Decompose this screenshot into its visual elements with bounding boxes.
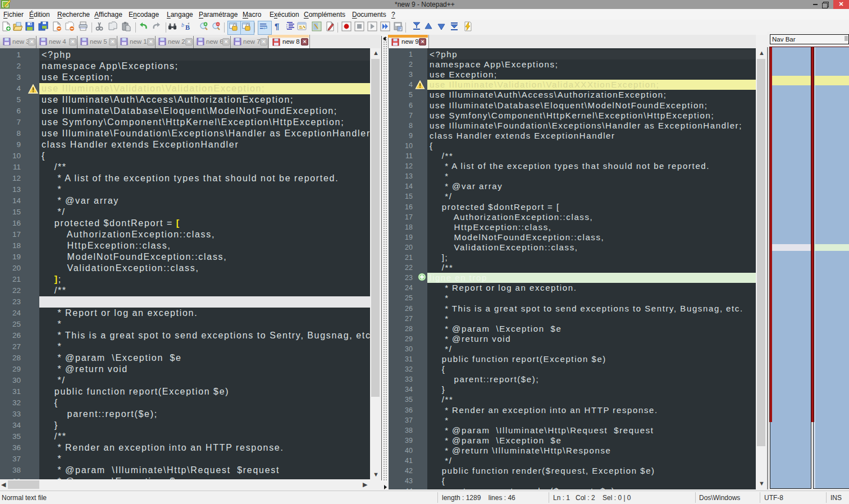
svg-text:B: B bbox=[185, 24, 190, 31]
svg-text:b: b bbox=[181, 22, 184, 28]
